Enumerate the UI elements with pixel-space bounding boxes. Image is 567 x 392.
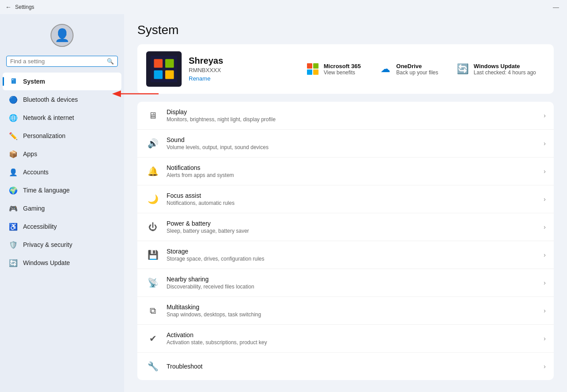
content-area: System Shreyas RMNBXXXX Rename: [124, 14, 567, 392]
settings-item-troubleshoot[interactable]: 🔧Troubleshoot›: [137, 353, 554, 380]
settings-text-notifications: NotificationsAlerts from apps and system: [167, 164, 537, 178]
onedrive-title: OneDrive: [396, 63, 439, 69]
settings-subtitle-focus-assist: Notifications, automatic rules: [167, 200, 537, 206]
chevron-icon-nearby-sharing: ›: [544, 279, 546, 286]
sidebar-item-label-network: Network & internet: [23, 114, 74, 121]
avatar: 👤: [50, 24, 74, 47]
microsoft365-subtitle: View benefits: [324, 69, 361, 76]
windowsupdate-subtitle: Last checked: 4 hours ago: [474, 69, 536, 76]
quick-link-onedrive[interactable]: ☁ OneDrive Back up your files: [370, 58, 447, 80]
settings-text-nearby-sharing: Nearby sharingDiscoverability, received …: [167, 276, 537, 290]
settings-item-activation[interactable]: ✔ActivationActivation state, subscriptio…: [137, 325, 554, 353]
user-avatar-area: 👤: [0, 19, 124, 54]
chevron-icon-power-battery: ›: [544, 223, 546, 231]
accessibility-nav-icon: ♿: [9, 222, 18, 231]
onedrive-icon: ☁: [379, 62, 392, 76]
settings-title-nearby-sharing: Nearby sharing: [167, 276, 537, 283]
onedrive-subtitle: Back up your files: [396, 69, 439, 76]
chevron-icon-multitasking: ›: [544, 307, 546, 314]
title-bar: ← Settings —: [0, 0, 567, 14]
settings-item-focus-assist[interactable]: 🌙Focus assistNotifications, automatic ru…: [137, 185, 554, 213]
settings-subtitle-sound: Volume levels, output, input, sound devi…: [167, 144, 537, 150]
apps-nav-icon: 📦: [9, 150, 18, 158]
sidebar-item-accounts[interactable]: 👤Accounts: [3, 163, 121, 181]
sidebar-item-label-bluetooth: Bluetooth & devices: [23, 96, 78, 103]
sidebar-item-label-apps: Apps: [23, 150, 37, 158]
sidebar-nav: 🖥System🔵Bluetooth & devices🌐Network & in…: [0, 72, 124, 272]
settings-icon-activation: ✔: [145, 331, 160, 346]
svg-rect-2: [165, 59, 174, 68]
chevron-icon-display: ›: [544, 112, 546, 119]
settings-title-multitasking: Multitasking: [167, 304, 537, 311]
settings-text-troubleshoot: Troubleshoot: [167, 363, 537, 370]
settings-text-focus-assist: Focus assistNotifications, automatic rul…: [167, 192, 537, 206]
settings-subtitle-multitasking: Snap windows, desktops, task switching: [167, 311, 537, 318]
minimize-button[interactable]: —: [550, 3, 562, 12]
sidebar-item-label-accessibility: Accessibility: [23, 223, 57, 230]
settings-subtitle-storage: Storage space, drives, configuration rul…: [167, 256, 537, 262]
sidebar-item-label-personalization: Personalization: [23, 132, 66, 139]
sidebar-item-accessibility[interactable]: ♿Accessibility: [3, 218, 121, 235]
sidebar-item-privacy[interactable]: 🛡️Privacy & security: [3, 236, 121, 254]
svg-rect-3: [154, 70, 163, 79]
sidebar-item-label-time: Time & language: [23, 187, 70, 194]
settings-icon-focus-assist: 🌙: [145, 192, 160, 207]
settings-item-nearby-sharing[interactable]: 📡Nearby sharingDiscoverability, received…: [137, 269, 554, 297]
settings-icon-nearby-sharing: 📡: [145, 275, 160, 290]
settings-item-notifications[interactable]: 🔔NotificationsAlerts from apps and syste…: [137, 158, 554, 185]
search-wrapper: 🔍: [0, 54, 124, 72]
back-button[interactable]: ←: [5, 4, 12, 11]
sidebar-item-personalization[interactable]: ✏️Personalization: [3, 127, 121, 145]
user-icon: 👤: [54, 29, 70, 42]
profile-info: Shreyas RMNBXXXX Rename: [189, 56, 290, 82]
settings-subtitle-display: Monitors, brightness, night light, displ…: [167, 116, 537, 123]
update-nav-icon: 🔄: [9, 258, 18, 267]
quick-links: Microsoft 365 View benefits ☁ OneDrive B…: [297, 58, 545, 80]
quick-link-microsoft365[interactable]: Microsoft 365 View benefits: [297, 58, 370, 80]
chevron-icon-notifications: ›: [544, 168, 546, 175]
settings-text-storage: StorageStorage space, drives, configurat…: [167, 248, 537, 262]
sidebar-item-system[interactable]: 🖥System: [3, 73, 121, 90]
sidebar-item-bluetooth[interactable]: 🔵Bluetooth & devices: [3, 91, 121, 108]
settings-icon-power-battery: ⏻: [145, 219, 160, 234]
settings-title-display: Display: [167, 108, 537, 115]
sidebar-item-update[interactable]: 🔄Windows Update: [3, 254, 121, 272]
sidebar-item-label-accounts: Accounts: [23, 169, 49, 176]
settings-icon-sound: 🔊: [145, 136, 160, 151]
privacy-nav-icon: 🛡️: [9, 240, 18, 249]
sidebar-item-network[interactable]: 🌐Network & internet: [3, 109, 121, 127]
settings-title-focus-assist: Focus assist: [167, 192, 537, 199]
chevron-icon-focus-assist: ›: [544, 196, 546, 203]
search-box[interactable]: 🔍: [6, 56, 118, 67]
settings-item-power-battery[interactable]: ⏻Power & batterySleep, battery usage, ba…: [137, 213, 554, 241]
chevron-icon-storage: ›: [544, 251, 546, 258]
settings-icon-multitasking: ⧉: [145, 303, 160, 318]
settings-subtitle-activation: Activation state, subscriptions, product…: [167, 339, 537, 346]
profile-card: Shreyas RMNBXXXX Rename: [137, 44, 554, 94]
onedrive-text: OneDrive Back up your files: [396, 63, 439, 76]
search-input[interactable]: [10, 58, 107, 65]
settings-title-notifications: Notifications: [167, 164, 537, 171]
sidebar-item-label-gaming: Gaming: [23, 205, 45, 212]
sidebar-item-gaming[interactable]: 🎮Gaming: [3, 200, 121, 217]
settings-list: 🖥DisplayMonitors, brightness, night ligh…: [137, 102, 554, 380]
page-title: System: [137, 23, 554, 37]
settings-text-sound: SoundVolume levels, output, input, sound…: [167, 136, 537, 150]
sidebar-item-time[interactable]: 🌍Time & language: [3, 181, 121, 199]
search-icon[interactable]: 🔍: [107, 58, 114, 65]
settings-text-activation: ActivationActivation state, subscription…: [167, 331, 537, 346]
svg-rect-1: [154, 59, 163, 68]
sidebar-item-apps[interactable]: 📦Apps: [3, 145, 121, 163]
settings-item-storage[interactable]: 💾StorageStorage space, drives, configura…: [137, 241, 554, 269]
accounts-nav-icon: 👤: [9, 168, 18, 177]
quick-link-windowsupdate[interactable]: 🔄 Windows Update Last checked: 4 hours a…: [447, 58, 545, 80]
settings-title-activation: Activation: [167, 331, 537, 338]
settings-item-multitasking[interactable]: ⧉MultitaskingSnap windows, desktops, tas…: [137, 297, 554, 325]
win11-logo-svg: [151, 56, 177, 82]
profile-name: Shreyas: [189, 56, 290, 66]
settings-item-sound[interactable]: 🔊SoundVolume levels, output, input, soun…: [137, 130, 554, 158]
rename-link[interactable]: Rename: [189, 75, 210, 82]
settings-text-display: DisplayMonitors, brightness, night light…: [167, 108, 537, 123]
settings-item-display[interactable]: 🖥DisplayMonitors, brightness, night ligh…: [137, 102, 554, 130]
microsoft365-title: Microsoft 365: [324, 63, 361, 69]
